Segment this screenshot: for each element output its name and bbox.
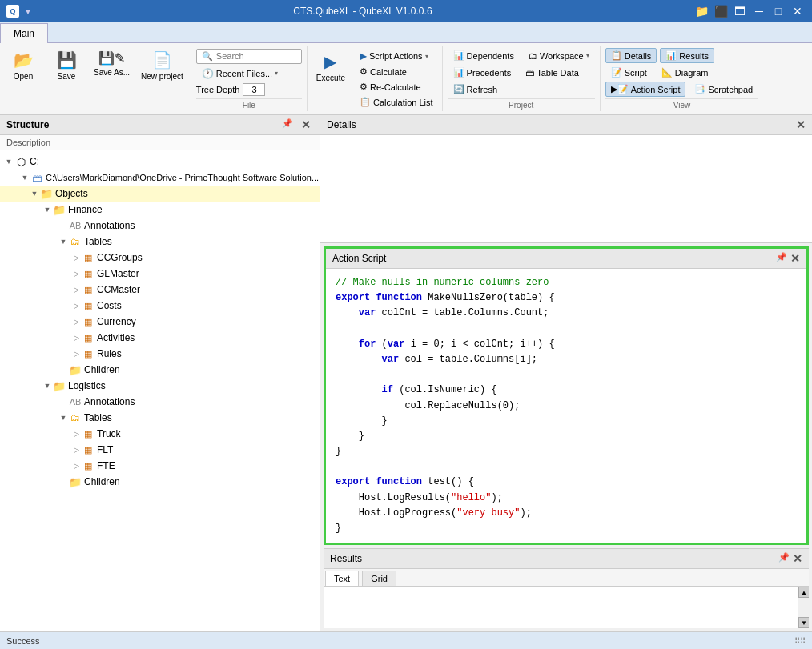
- log-children-label: Children: [84, 476, 120, 487]
- tree-item-fin-children[interactable]: ▷ 📁 Children: [0, 362, 320, 378]
- file-section-label: File: [196, 98, 302, 110]
- tree-item-log-tables[interactable]: ▼ 🗂 Tables: [0, 410, 320, 426]
- diagram-button[interactable]: 📐 Diagram: [656, 65, 714, 80]
- ribbon: Main 📂 Open 💾 Save 💾✎ Save As... 📄 New p…: [0, 22, 812, 115]
- root-expand-arrow[interactable]: ▼: [3, 158, 14, 166]
- structure-close-button[interactable]: ✕: [299, 118, 313, 131]
- tree-item-flt[interactable]: ▷ ▦ FLT: [0, 442, 320, 458]
- action-script-button[interactable]: ▶📝 Action Script: [605, 82, 686, 97]
- restore-button[interactable]: □: [770, 3, 786, 19]
- ccmaster-arrow[interactable]: ▷: [70, 286, 82, 294]
- tree-item-root[interactable]: ▼ ⬡ C:: [0, 154, 320, 170]
- script-close-button[interactable]: ✕: [790, 252, 800, 265]
- tree-item-logistics[interactable]: ▼ 📁 Logistics: [0, 378, 320, 394]
- activities-arrow[interactable]: ▷: [70, 334, 82, 342]
- details-close-button[interactable]: ✕: [796, 118, 806, 131]
- scroll-down-button[interactable]: ▼: [798, 617, 809, 628]
- scroll-up-button[interactable]: ▲: [798, 587, 809, 598]
- log-tables-expand-arrow[interactable]: ▼: [58, 414, 69, 422]
- script-actions-button[interactable]: ▶ Script Actions ▾: [354, 48, 439, 64]
- tree-item-costs[interactable]: ▷ ▦ Costs: [0, 298, 320, 314]
- logistics-folder-icon: 📁: [53, 379, 66, 392]
- objects-expand-arrow[interactable]: ▼: [29, 190, 40, 198]
- glmaster-arrow[interactable]: ▷: [70, 270, 82, 278]
- scratchpad-button[interactable]: 📑 Scratchpad: [689, 82, 758, 97]
- search-input[interactable]: [216, 51, 296, 61]
- tree-item-activities[interactable]: ▷ ▦ Activities: [0, 330, 320, 346]
- restore-icon[interactable]: ⬛: [713, 3, 729, 19]
- results-tab-grid[interactable]: Grid: [362, 571, 396, 586]
- search-box[interactable]: 🔍: [196, 49, 302, 64]
- execute-button[interactable]: ▶ Execute: [311, 48, 351, 110]
- script-pin-button[interactable]: 📌: [776, 252, 787, 265]
- calculation-list-button[interactable]: 📋 Calculation List: [354, 94, 439, 110]
- save-button[interactable]: 💾 Save: [46, 48, 86, 110]
- ribbon-content: 📂 Open 💾 Save 💾✎ Save As... 📄 New projec…: [0, 43, 812, 114]
- flt-arrow[interactable]: ▷: [70, 446, 82, 454]
- title-bar: Q ▼ CTS.QubeXL - QubeXL V1.0.0.6 📁 ⬛ 🗖 ─…: [0, 0, 812, 22]
- close-button[interactable]: ✕: [790, 3, 806, 19]
- costs-arrow[interactable]: ▷: [70, 302, 82, 310]
- results-button[interactable]: 📊 Results: [660, 48, 714, 63]
- structure-pin-button[interactable]: 📌: [279, 118, 295, 131]
- fte-arrow[interactable]: ▷: [70, 462, 82, 470]
- results-pin-button[interactable]: 📌: [778, 552, 790, 565]
- workspace-button[interactable]: 🗂 Workspace ▾: [523, 48, 595, 63]
- results-tab-text[interactable]: Text: [325, 571, 359, 586]
- tree-item-currency[interactable]: ▷ ▦ Currency: [0, 314, 320, 330]
- tree-item-finance[interactable]: ▼ 📁 Finance: [0, 202, 320, 218]
- tree-item-glmaster[interactable]: ▷ ▦ GLMaster: [0, 266, 320, 282]
- action-script-title: Action Script: [332, 253, 386, 264]
- view-section-label: View: [605, 98, 758, 110]
- fin-children-label: Children: [84, 364, 120, 375]
- tables-folder-icon: 🗂: [69, 235, 82, 248]
- tab-main[interactable]: Main: [0, 23, 48, 43]
- results-close-button[interactable]: ✕: [793, 552, 802, 565]
- details-button[interactable]: 📋 Details: [605, 48, 657, 63]
- calculate-button[interactable]: ⚙ Calculate: [354, 64, 439, 79]
- open-button[interactable]: 📂 Open: [3, 48, 43, 110]
- refresh-button[interactable]: 🔄 Refresh: [448, 82, 504, 97]
- new-project-button[interactable]: 📄 New project: [137, 48, 187, 110]
- minimize-button[interactable]: ─: [751, 3, 767, 19]
- logistics-expand-arrow[interactable]: ▼: [42, 382, 53, 390]
- recalculate-button[interactable]: ⚙ Re-Calculate: [354, 79, 439, 94]
- log-annotations-label: Annotations: [84, 396, 135, 407]
- tree-item-path[interactable]: ▼ 🗃 C:\Users\MarkDiamond\OneDrive - Prim…: [0, 170, 320, 186]
- table-data-button[interactable]: 🗃 Table Data: [520, 65, 585, 80]
- fte-label: FTE: [97, 460, 115, 471]
- precedents-button[interactable]: 📊 Precedents: [448, 65, 517, 80]
- log-tables-label: Tables: [84, 412, 112, 423]
- results-title: Results: [330, 553, 362, 564]
- maximize-icon[interactable]: 🗖: [732, 3, 748, 19]
- tables-expand-arrow[interactable]: ▼: [58, 238, 69, 246]
- path-expand-arrow[interactable]: ▼: [19, 174, 30, 182]
- tree-item-objects[interactable]: ▼ 📁 Objects: [0, 186, 320, 202]
- tree-item-tables[interactable]: ▼ 🗂 Tables: [0, 234, 320, 250]
- tree-item-ccmaster[interactable]: ▷ ▦ CCMaster: [0, 282, 320, 298]
- save-as-button[interactable]: 💾✎ Save As...: [90, 48, 134, 110]
- tree-item-truck[interactable]: ▷ ▦ Truck: [0, 426, 320, 442]
- currency-arrow[interactable]: ▷: [70, 318, 82, 326]
- right-area: Details ✕ Action Script 📌 ✕ // Make null…: [320, 115, 812, 631]
- details-content: [320, 135, 812, 242]
- annotations-label: Annotations: [84, 220, 135, 231]
- root-icon: ⬡: [14, 155, 27, 168]
- script-content[interactable]: // Make nulls in numeric columns zero ex…: [326, 269, 806, 543]
- tree-item-ccgroups[interactable]: ▷ ▦ CCGroups: [0, 250, 320, 266]
- results-controls: 📌 ✕: [778, 552, 802, 565]
- ccgroups-arrow[interactable]: ▷: [70, 254, 82, 262]
- tree-item-fte[interactable]: ▷ ▦ FTE: [0, 458, 320, 474]
- folder-icon[interactable]: 📁: [693, 3, 709, 19]
- tree-item-log-children[interactable]: ▷ 📁 Children: [0, 474, 320, 490]
- rules-arrow[interactable]: ▷: [70, 350, 82, 358]
- tree-item-annotations[interactable]: ▷ AB Annotations: [0, 218, 320, 234]
- script-view-button[interactable]: 📝 Script: [605, 65, 653, 80]
- truck-arrow[interactable]: ▷: [70, 430, 82, 438]
- recent-files-button[interactable]: 🕐 Recent Files... ▾: [196, 66, 283, 82]
- tree-item-log-annotations[interactable]: ▷ AB Annotations: [0, 394, 320, 410]
- finance-expand-arrow[interactable]: ▼: [42, 206, 53, 214]
- tree-item-rules[interactable]: ▷ ▦ Rules: [0, 346, 320, 362]
- dependents-button[interactable]: 📊 Dependents: [448, 48, 520, 63]
- tree-depth-input[interactable]: [243, 83, 265, 96]
